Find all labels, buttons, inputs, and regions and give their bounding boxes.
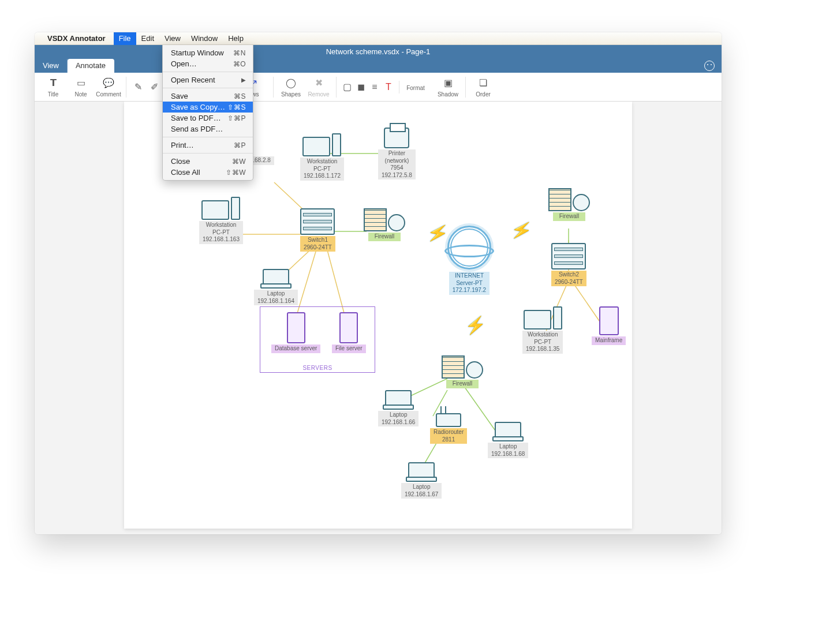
tool-line-style[interactable]: ≡ [368,81,382,93]
app-window: VSDX Annotator File Edit View Window Hel… [35,32,722,534]
switch-icon [300,208,335,235]
node-switch1[interactable]: Switch12960-24TT [300,208,335,252]
note-icon: ▭ [73,77,88,89]
node-radiorouter[interactable]: Radiorouter2811 [430,413,467,444]
menu-send-as-pdf[interactable]: Send as PDF… [163,123,253,134]
menu-close[interactable]: Close⌘W [163,156,253,167]
fill-icon: ▢ [339,81,354,93]
mode-tabs: View Annotate [35,59,722,73]
laptop-icon [408,462,435,480]
node-switch2[interactable]: Switch22960-24TT [551,243,586,286]
lightning-icon: ⚡ [509,218,534,242]
monitor-icon [201,200,229,220]
textstyle-icon: T [381,81,396,93]
node-file-server[interactable]: File server [332,312,366,353]
tool-pen[interactable]: ✎ [130,81,146,93]
stroke-icon: ◼ [353,81,368,93]
mainframe-icon [599,306,619,335]
order-icon: ❏ [476,77,491,89]
submenu-arrow-icon: ▶ [241,77,246,83]
window-titlebar: Network scheme.vsdx - Page-1 [35,45,722,59]
tool-shadow[interactable]: ▣Shadow [434,77,462,98]
tower-icon [332,133,341,156]
node-database-server[interactable]: Database server [271,312,320,353]
tab-annotate[interactable]: Annotate [68,59,114,73]
tower-icon [231,197,240,220]
tool-marker[interactable]: ✐ [146,81,162,93]
menu-edit[interactable]: Edit [136,32,159,45]
menu-open[interactable]: Open…⌘O [163,58,253,69]
tower-icon [553,306,562,330]
node-laptop-3[interactable]: Laptop192.168.1.67 [401,462,442,499]
tool-order[interactable]: ❏Order [469,77,497,98]
menu-print[interactable]: Print…⌘P [163,140,253,151]
file-menu-dropdown: Startup Window⌘N Open…⌘O Open Recent▶ Sa… [162,45,253,181]
firewall-icon [364,208,387,231]
printer-icon [384,128,409,148]
switch-icon [551,243,586,269]
remove-icon: ✖ [311,77,326,89]
linestyle-icon: ≡ [367,81,382,93]
node-workstation-left[interactable]: WorkstationPC-PT192.168.1.163 [199,197,243,244]
node-internet[interactable]: INTERNETServer-PT172.17.197.2 [447,226,491,295]
node-mainframe[interactable]: Mainframe [592,306,626,345]
comment-icon: 💬 [101,77,116,89]
menu-help[interactable]: Help [223,32,249,45]
laptop-icon [385,390,412,407]
tool-remove[interactable]: ✖Remove [305,77,332,98]
menu-file[interactable]: File [114,32,136,45]
globe-icon [466,361,483,379]
monitor-icon [302,137,330,156]
tool-text-style[interactable]: T [382,81,395,93]
lightning-icon: ⚡ [465,315,486,335]
tool-format-label: Format [398,83,433,91]
lightning-icon: ⚡ [425,221,450,245]
tool-shapes[interactable]: ◯Shapes [277,77,305,98]
tab-view[interactable]: View [35,59,68,73]
node-printer[interactable]: Printer(network)7954192.172.5.8 [378,128,416,179]
node-firewall-2[interactable]: Firewall [548,188,590,221]
internet-globe-icon [447,226,491,269]
menu-close-all[interactable]: Close All⇧⌘W [163,167,253,178]
shapes-icon: ◯ [283,77,298,89]
firewall-icon [442,355,465,379]
laptop-icon [495,422,521,439]
globe-icon [388,214,405,231]
tool-comment[interactable]: 💬Comment [95,77,122,98]
node-laptop-4[interactable]: Laptop192.168.1.68 [488,422,528,458]
menu-startup-window[interactable]: Startup Window⌘N [163,47,253,58]
node-workstation-right[interactable]: WorkstationPC-PT192.168.1.35 [522,306,563,354]
canvas-area[interactable]: 192.168.2.8 WorkstationPC-PT192.168.1.17… [35,102,722,534]
node-laptop-2[interactable]: Laptop192.168.1.66 [378,390,418,426]
mac-menubar: VSDX Annotator File Edit View Window Hel… [35,32,722,45]
server-icon [287,312,305,343]
marker-icon: ✐ [147,81,162,93]
server-icon [339,312,358,343]
node-firewall-1[interactable]: Firewall [364,208,405,241]
monitor-icon [524,310,551,330]
tool-stroke-color[interactable]: ◼ [354,81,368,93]
tool-title[interactable]: 𝗧Title [39,77,67,98]
menu-window[interactable]: Window [186,32,223,45]
tool-fill-color[interactable]: ▢ [340,81,354,93]
pen-icon: ✎ [130,81,145,93]
app-title: VSDX Annotator [47,34,106,43]
node-workstation-top[interactable]: WorkstationPC-PT192.168.1.172 [300,133,344,181]
menu-save-to-pdf[interactable]: Save to PDF…⇧⌘P [163,113,253,123]
feedback-icon[interactable] [704,61,715,71]
router-icon [436,413,461,427]
node-firewall-3[interactable]: Firewall [442,355,483,388]
menu-save[interactable]: Save⌘S [163,91,253,102]
annotate-toolbar: 𝗧Title ▭Note 💬Comment ✎ ✐ 🖼Picture TText… [35,73,722,102]
node-laptop-1[interactable]: Laptop192.168.1.164 [254,269,298,305]
menu-open-recent[interactable]: Open Recent▶ [163,74,253,85]
globe-icon [573,194,590,211]
laptop-icon [263,269,289,286]
menu-save-as-copy[interactable]: Save as Copy…⇧⌘S [163,102,253,113]
title-icon: 𝗧 [46,77,61,89]
firewall-icon [548,188,571,211]
shadow-icon: ▣ [440,77,455,89]
tool-note[interactable]: ▭Note [67,77,95,98]
window-title: Network scheme.vsdx - Page-1 [326,47,431,56]
menu-view[interactable]: View [159,32,186,45]
